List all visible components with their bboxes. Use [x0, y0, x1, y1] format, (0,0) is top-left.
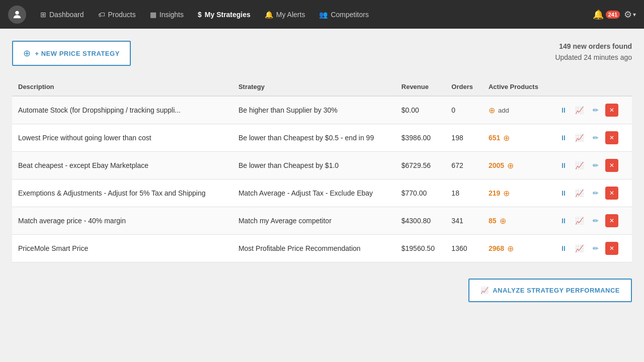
cell-description: Match average price - 40% margin — [12, 207, 232, 235]
cell-description: PriceMole Smart Price — [12, 235, 232, 262]
chart-icon: 📈 — [575, 189, 584, 197]
delete-button[interactable]: ✕ — [605, 104, 618, 117]
notifications-button[interactable]: 🔔 241 — [593, 9, 620, 20]
analyze-strategy-button[interactable]: 📈 ANALYZE STRATEGY PERFORMANCE — [468, 279, 632, 302]
nav-products[interactable]: 🏷 Products — [92, 7, 142, 23]
nav-competitors[interactable]: 👥 Competitors — [313, 7, 374, 23]
cell-strategy: Match Average - Adjust Tax - Exclude Eba… — [232, 179, 395, 207]
bottom-bar: 📈 ANALYZE STRATEGY PERFORMANCE — [12, 279, 632, 302]
row-actions: ⏸ 📈 ✏ ✕ — [557, 242, 626, 255]
nav-insights[interactable]: ▦ Insights — [144, 7, 190, 23]
chart-button[interactable]: 📈 — [573, 104, 586, 117]
delete-button[interactable]: ✕ — [605, 214, 618, 227]
notifications-badge: 241 — [606, 11, 620, 19]
delete-button[interactable]: ✕ — [605, 187, 618, 200]
pause-button[interactable]: ⏸ — [557, 131, 570, 144]
table-header-row: Description Strategy Revenue Orders Acti… — [12, 78, 632, 96]
chart-icon: 📈 — [575, 134, 584, 142]
settings-button[interactable]: ⚙ ▾ — [624, 9, 636, 20]
chart-button[interactable]: 📈 — [573, 159, 586, 172]
strategies-table-container: Description Strategy Revenue Orders Acti… — [12, 78, 632, 262]
add-products-plus-icon[interactable]: ⊕ — [507, 161, 514, 170]
cell-description: Beat cheapest - except Ebay Marketplace — [12, 152, 232, 179]
cell-actions: ⏸ 📈 ✏ ✕ — [551, 179, 632, 207]
svg-point-0 — [15, 11, 19, 14]
edit-button[interactable]: ✏ — [589, 104, 602, 117]
table-row: PriceMole Smart PriceMost Profitable Pri… — [12, 235, 632, 262]
pause-icon: ⏸ — [560, 134, 567, 142]
bell-icon: 🔔 — [593, 9, 604, 20]
table-row: Lowest Price without going lower than co… — [12, 124, 632, 152]
edit-button[interactable]: ✏ — [589, 131, 602, 144]
bar-chart-icon: ▦ — [150, 11, 156, 19]
cell-strategy: Be higher than Supplier by 30% — [232, 96, 395, 124]
edit-button[interactable]: ✏ — [589, 159, 602, 172]
cell-active-products: 651⊕ — [482, 124, 551, 152]
users-icon: 👥 — [319, 11, 328, 19]
edit-button[interactable]: ✏ — [589, 214, 602, 227]
chart-icon: 📈 — [575, 244, 584, 252]
active-products-count: 651 — [489, 134, 500, 142]
cell-active-products: 85⊕ — [482, 207, 551, 235]
gear-icon: ⚙ — [624, 9, 632, 20]
x-icon: ✕ — [609, 162, 614, 169]
pause-icon: ⏸ — [560, 217, 567, 225]
cell-description: Exemptions & Adjustments - Adjust for 5%… — [12, 179, 232, 207]
chart-button[interactable]: 📈 — [573, 214, 586, 227]
add-products-link[interactable]: add — [498, 107, 509, 114]
nav-my-strategies[interactable]: $ My Strategies — [192, 7, 257, 23]
analyze-label: ANALYZE STRATEGY PERFORMANCE — [493, 287, 620, 294]
active-products-count: 85 — [489, 217, 497, 225]
chart-button[interactable]: 📈 — [573, 131, 586, 144]
add-products-plus-icon[interactable]: ⊕ — [507, 244, 514, 253]
x-icon: ✕ — [609, 190, 614, 197]
cell-actions: ⏸ 📈 ✏ ✕ — [551, 96, 632, 124]
chart-icon: 📈 — [575, 161, 584, 169]
cell-actions: ⏸ 📈 ✏ ✕ — [551, 152, 632, 179]
cell-revenue: $0.00 — [395, 96, 446, 124]
add-products-plus-icon[interactable]: ⊕ — [503, 189, 510, 198]
col-active-products: Active Products — [482, 78, 551, 96]
nav-my-alerts[interactable]: 🔔 My Alerts — [259, 7, 311, 23]
delete-button[interactable]: ✕ — [605, 159, 618, 172]
add-products-plus-icon[interactable]: ⊕ — [500, 216, 506, 226]
pause-button[interactable]: ⏸ — [557, 214, 570, 227]
nav-dashboard[interactable]: ⊞ Dashboard — [34, 7, 90, 23]
chart-button[interactable]: 📈 — [573, 242, 586, 255]
row-actions: ⏸ 📈 ✏ ✕ — [557, 131, 626, 144]
cell-actions: ⏸ 📈 ✏ ✕ — [551, 235, 632, 262]
top-bar: ⊕ + NEW PRICE STRATEGY 149 new orders fo… — [12, 41, 632, 66]
nav-competitors-label: Competitors — [331, 11, 368, 19]
cell-description: Automate Stock (for Dropshipping / track… — [12, 96, 232, 124]
pause-button[interactable]: ⏸ — [557, 242, 570, 255]
pause-button[interactable]: ⏸ — [557, 159, 570, 172]
cell-revenue: $6729.56 — [395, 152, 446, 179]
orders-updated: Updated 24 minutes ago — [555, 52, 632, 63]
chart-icon: 📈 — [575, 217, 584, 225]
add-products-plus-icon[interactable]: ⊕ — [503, 133, 510, 143]
cell-orders: 198 — [445, 124, 482, 152]
x-icon: ✕ — [609, 134, 614, 141]
row-actions: ⏸ 📈 ✏ ✕ — [557, 187, 626, 200]
cell-description: Lowest Price without going lower than co… — [12, 124, 232, 152]
delete-button[interactable]: ✕ — [605, 242, 618, 255]
cell-strategy: Be lower than Cheapest by $0.5 - end in … — [232, 124, 395, 152]
pause-button[interactable]: ⏸ — [557, 187, 570, 200]
x-icon: ✕ — [609, 217, 614, 224]
pencil-icon: ✏ — [593, 189, 599, 197]
active-products-count: 2968 — [489, 244, 504, 252]
edit-button[interactable]: ✏ — [589, 187, 602, 200]
pause-button[interactable]: ⏸ — [557, 104, 570, 117]
delete-button[interactable]: ✕ — [605, 131, 618, 144]
new-price-strategy-button[interactable]: ⊕ + NEW PRICE STRATEGY — [12, 41, 131, 66]
row-actions: ⏸ 📈 ✏ ✕ — [557, 104, 626, 117]
chart-button[interactable]: 📈 — [573, 187, 586, 200]
row-actions: ⏸ 📈 ✏ ✕ — [557, 159, 626, 172]
logo[interactable] — [8, 6, 26, 24]
bell-nav-icon: 🔔 — [265, 11, 273, 19]
new-strategy-label: + NEW PRICE STRATEGY — [35, 50, 120, 57]
pencil-icon: ✏ — [593, 134, 599, 142]
edit-button[interactable]: ✏ — [589, 242, 602, 255]
table-row: Beat cheapest - except Ebay MarketplaceB… — [12, 152, 632, 179]
navbar: ⊞ Dashboard 🏷 Products ▦ Insights $ My S… — [0, 0, 644, 29]
